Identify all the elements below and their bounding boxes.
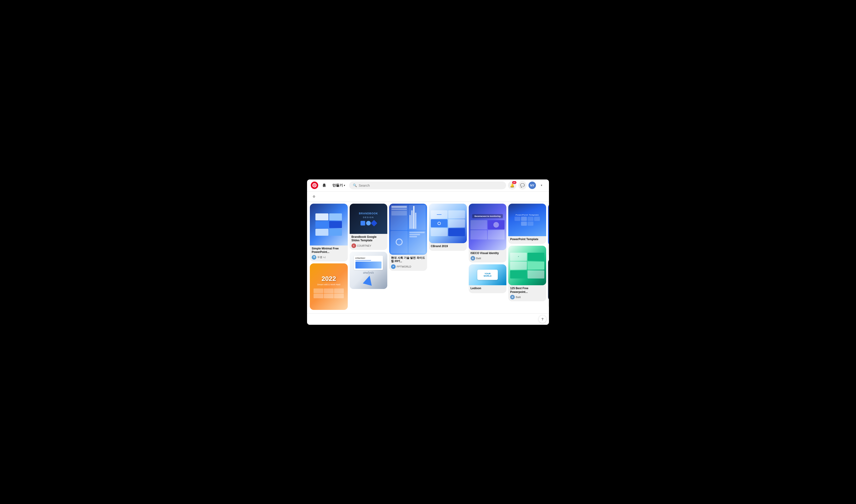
make-dropdown[interactable]: 만들기 ▾ [330,182,347,189]
list-item[interactable]: 저장 회원님이 좋아할 만한 아이디어 [548,204,549,257]
search-icon: 🔍 [353,183,357,187]
make-label: 만들기 [332,183,343,187]
list-item[interactable]: Безопасности monitoring 저장 ISECO Visual … [469,204,507,263]
list-item[interactable]: YOURWORLD 저장 Ledison [469,264,507,293]
make-chevron-icon: ▾ [344,184,345,187]
home-link[interactable]: 홈 [320,182,328,189]
list-item[interactable]: 2022 Dream wild & Work Hard 저장 [310,264,348,310]
filter-icon: ⚙ [313,195,315,198]
list-item[interactable]: STRATEGY analysis 저장 [350,252,387,289]
browser-window: 홈 만들기 ▾ 🔍 🔔 25 💬 NY ▾ ⚙ [307,179,549,325]
list-item[interactable]: PowerPoint Template 저장 PowerPoint Templa… [508,204,546,244]
account-chevron-button[interactable]: ▾ [538,182,545,189]
list-item[interactable]: 저장 현대 사회 기술 발전 와이드형 PPT... P PPTWORLD [389,204,427,271]
user-avatar[interactable]: NY [528,182,536,189]
filter-toolbar: ⚙ [307,192,549,202]
nav-actions: 🔔 25 💬 NY ▾ [508,181,545,190]
chat-icon: 💬 [520,183,525,187]
list-item[interactable]: 저장 CBrand 2019 [429,204,467,251]
navbar: 홈 만들기 ▾ 🔍 🔔 25 💬 NY ▾ [307,179,549,192]
messages-button[interactable]: 💬 [518,181,527,190]
list-item[interactable]: BRANDBOOK DESIGN 저장 Brandbook Google Sli… [350,204,387,250]
list-item[interactable]: 저장 윤 윤连朗 [548,259,549,308]
list-item[interactable]: 저장 Simple Minimal Free PowerPoint... 푸 푸… [310,204,348,262]
notification-badge: 25 [512,181,517,184]
pinterest-logo[interactable] [311,182,318,189]
chevron-down-icon: ▾ [541,184,542,187]
search-bar[interactable]: 🔍 [349,182,506,189]
search-input[interactable] [359,183,503,187]
list-item[interactable]: ✓ 저장 125 Best Free Powerpoint... B Balit [508,246,546,301]
pins-grid: 저장 Simple Minimal Free PowerPoint... 푸 푸… [307,202,549,313]
help-button[interactable]: ? [539,316,546,323]
notification-button[interactable]: 🔔 25 [508,181,517,190]
filter-button[interactable]: ⚙ [311,194,317,200]
